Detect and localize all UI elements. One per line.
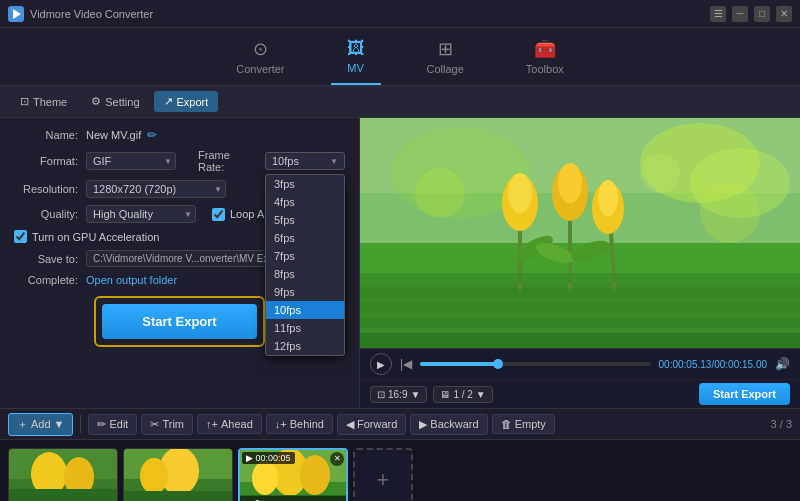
ahead-icon: ↑+ — [206, 418, 218, 430]
ratio-btn[interactable]: ⊡ 16:9 ▼ — [370, 386, 427, 403]
converter-icon: ⊙ — [253, 38, 268, 60]
fps-current: 10fps — [272, 155, 299, 167]
thumb-time: ▶ 00:00:05 — [242, 452, 295, 464]
progress-bar[interactable] — [420, 362, 650, 366]
thumb-1-bg — [9, 449, 118, 502]
sub-toolbar: ⊡ Theme ⚙ Setting ↗ Export — [0, 86, 800, 118]
monitor-icon: 🖥 — [440, 389, 450, 400]
close-btn[interactable]: ✕ — [776, 6, 792, 22]
thumb-controls: ▶ ↻ ✂ — [244, 498, 274, 502]
format-label: Format: — [14, 155, 86, 167]
format-value: GIF Frame Rate: 10fps ▼ 3fps 4fps 5fps — [86, 149, 345, 173]
time-total: 00:00:15.00 — [714, 359, 767, 370]
edit-filename-icon[interactable]: ✏ — [147, 128, 157, 142]
loop-animation-checkbox[interactable] — [212, 208, 225, 221]
page-indicator: 1 / 2 — [453, 389, 472, 400]
edit-icon: ✏ — [97, 418, 106, 431]
thumb-rotate-btn[interactable]: ↻ — [255, 498, 263, 502]
export-panel: Name: New MV.gif ✏ Format: GIF Frame Rat… — [0, 118, 360, 408]
fps-select-wrap[interactable]: 10fps ▼ 3fps 4fps 5fps 6fps 7fps 8fps 9f… — [265, 152, 345, 170]
export-btn[interactable]: ↗ Export — [154, 91, 219, 112]
open-folder-btn[interactable]: Open output folder — [86, 274, 177, 286]
svg-rect-37 — [124, 491, 233, 502]
gpu-checkbox[interactable] — [14, 230, 27, 243]
format-select-wrap: GIF — [86, 152, 176, 170]
gpu-checkbox-row[interactable]: Turn on GPU Acceleration — [14, 230, 159, 243]
preview-overlay — [360, 118, 800, 348]
preview-panel: ▶ |◀ 00:00:05.13/00:00:15.00 🔊 ⊡ 16:9 ▼ … — [360, 118, 800, 408]
backward-icon: ▶ — [419, 418, 427, 431]
menu-btn[interactable]: ☰ — [710, 6, 726, 22]
edit-btn[interactable]: ✏ Edit — [88, 414, 137, 435]
video-preview — [360, 118, 800, 348]
filmstrip: ▶ 00:00:05 ✕ ▶ ↻ ✂ + — [0, 440, 800, 501]
volume-btn[interactable]: 🔊 — [775, 357, 790, 371]
fps-option-12fps[interactable]: 12fps — [266, 337, 344, 355]
svg-rect-23 — [360, 273, 800, 283]
forward-btn[interactable]: ◀ Forward — [337, 414, 406, 435]
thumb-cut-btn[interactable]: ✂ — [266, 498, 274, 502]
film-thumb-3[interactable]: ▶ 00:00:05 ✕ ▶ ↻ ✂ — [238, 448, 348, 502]
add-btn[interactable]: ＋ Add ▼ — [8, 413, 73, 436]
filename-text: New MV.gif — [86, 129, 141, 141]
film-thumb-2[interactable] — [123, 448, 233, 502]
fps-option-5fps[interactable]: 5fps — [266, 211, 344, 229]
thumb-close-btn[interactable]: ✕ — [330, 452, 344, 466]
ahead-btn[interactable]: ↑+ Ahead — [197, 414, 262, 434]
fps-option-8fps[interactable]: 8fps — [266, 265, 344, 283]
setting-btn[interactable]: ⚙ Setting — [81, 91, 149, 112]
empty-btn[interactable]: 🗑 Empty — [492, 414, 555, 434]
quality-select-wrap: High Quality — [86, 205, 196, 223]
tab-toolbox[interactable]: 🧰 Toolbox — [510, 34, 580, 85]
maximize-btn[interactable]: □ — [754, 6, 770, 22]
thumb-overlay: ▶ ↻ ✂ — [240, 496, 346, 502]
name-row: Name: New MV.gif ✏ — [14, 128, 345, 142]
start-export-btn2[interactable]: Start Export — [699, 383, 790, 405]
ratio-icon: ⊡ — [377, 389, 385, 400]
tab-mv[interactable]: 🖼 MV — [331, 34, 381, 85]
minimize-btn[interactable]: ─ — [732, 6, 748, 22]
film-thumb-1[interactable] — [8, 448, 118, 502]
tab-converter-label: Converter — [236, 63, 284, 75]
fps-option-11fps[interactable]: 11fps — [266, 319, 344, 337]
mv-icon: 🖼 — [347, 38, 365, 59]
add-thumb-btn[interactable]: + — [353, 448, 413, 502]
trim-btn[interactable]: ✂ Trim — [141, 414, 193, 435]
framerate-label: Frame Rate: — [198, 149, 251, 173]
page-btn[interactable]: 🖥 1 / 2 ▼ — [433, 386, 492, 403]
svg-rect-24 — [360, 288, 800, 298]
fps-option-6fps[interactable]: 6fps — [266, 229, 344, 247]
svg-marker-0 — [13, 9, 21, 19]
gear-icon: ⚙ — [91, 95, 101, 108]
quality-select[interactable]: High Quality — [86, 205, 196, 223]
tab-collage[interactable]: ⊞ Collage — [411, 34, 480, 85]
time-display: 00:00:05.13/00:00:15.00 — [659, 359, 767, 370]
fps-option-3fps[interactable]: 3fps — [266, 175, 344, 193]
name-label: Name: — [14, 129, 86, 141]
fps-dropdown[interactable]: 10fps ▼ — [265, 152, 345, 170]
svg-point-20 — [415, 168, 465, 218]
theme-btn[interactable]: ⊡ Theme — [10, 91, 77, 112]
time-current: 00:00:05.13 — [659, 359, 712, 370]
resolution-select[interactable]: 1280x720 (720p) — [86, 180, 226, 198]
fps-option-7fps[interactable]: 7fps — [266, 247, 344, 265]
start-export-button[interactable]: Start Export — [102, 304, 256, 339]
fps-dropdown-list: 3fps 4fps 5fps 6fps 7fps 8fps 9fps 10fps… — [265, 174, 345, 356]
ratio-value: 16:9 — [388, 389, 407, 400]
play-button[interactable]: ▶ — [370, 353, 392, 375]
tab-mv-label: MV — [347, 62, 364, 74]
app-title: Vidmore Video Converter — [30, 8, 710, 20]
behind-btn[interactable]: ↓+ Behind — [266, 414, 333, 434]
fps-option-10fps[interactable]: 10fps — [266, 301, 344, 319]
tab-converter[interactable]: ⊙ Converter — [220, 34, 300, 85]
thumb-play-btn[interactable]: ▶ — [244, 498, 252, 502]
fps-option-9fps[interactable]: 9fps — [266, 283, 344, 301]
svg-point-22 — [640, 153, 680, 193]
skip-back-btn[interactable]: |◀ — [400, 357, 412, 371]
theme-icon: ⊡ — [20, 95, 29, 108]
backward-btn[interactable]: ▶ Backward — [410, 414, 487, 435]
fps-option-4fps[interactable]: 4fps — [266, 193, 344, 211]
window-controls: ☰ ─ □ ✕ — [710, 6, 792, 22]
progress-fill — [420, 362, 498, 366]
format-select[interactable]: GIF — [86, 152, 176, 170]
